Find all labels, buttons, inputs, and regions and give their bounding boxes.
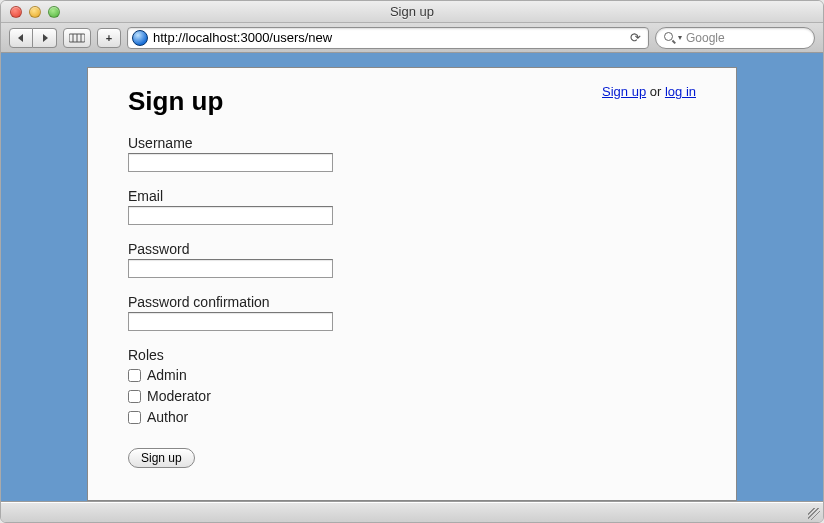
back-button[interactable] — [9, 28, 33, 48]
resize-handle[interactable] — [808, 508, 820, 520]
password-input[interactable] — [128, 259, 333, 278]
role-label-moderator: Moderator — [147, 386, 211, 407]
role-row-moderator: Moderator — [128, 386, 696, 407]
email-label: Email — [128, 188, 696, 204]
browser-toolbar: + ⟳ ▾ — [1, 23, 823, 53]
close-window-button[interactable] — [10, 6, 22, 18]
role-label-author: Author — [147, 407, 188, 428]
browser-viewport: Sign up or log in Sign up Username Email… — [1, 53, 823, 502]
globe-icon — [132, 30, 148, 46]
url-input[interactable] — [153, 30, 625, 45]
roles-label: Roles — [128, 347, 696, 363]
search-icon — [664, 32, 676, 44]
plus-icon: + — [106, 32, 112, 44]
nav-buttons — [9, 28, 57, 48]
password-confirmation-label: Password confirmation — [128, 294, 696, 310]
status-bar — [1, 502, 823, 522]
or-text: or — [646, 84, 665, 99]
role-checkbox-author[interactable] — [128, 411, 141, 424]
traffic-lights — [1, 6, 60, 18]
header-links: Sign up or log in — [602, 84, 696, 99]
role-label-admin: Admin — [147, 365, 187, 386]
window-titlebar: Sign up — [1, 1, 823, 23]
password-label: Password — [128, 241, 696, 257]
signup-button[interactable]: Sign up — [128, 448, 195, 468]
minimize-window-button[interactable] — [29, 6, 41, 18]
username-label: Username — [128, 135, 696, 151]
username-input[interactable] — [128, 153, 333, 172]
email-field: Email — [128, 188, 696, 225]
login-link[interactable]: log in — [665, 84, 696, 99]
role-checkbox-admin[interactable] — [128, 369, 141, 382]
role-checkbox-moderator[interactable] — [128, 390, 141, 403]
role-row-author: Author — [128, 407, 696, 428]
chevron-down-icon: ▾ — [678, 33, 682, 42]
password-confirmation-field: Password confirmation — [128, 294, 696, 331]
window-title: Sign up — [1, 4, 823, 19]
search-field[interactable]: ▾ — [655, 27, 815, 49]
roles-group: Roles Admin Moderator Author — [128, 347, 696, 428]
password-confirmation-input[interactable] — [128, 312, 333, 331]
url-field[interactable]: ⟳ — [127, 27, 649, 49]
zoom-window-button[interactable] — [48, 6, 60, 18]
username-field: Username — [128, 135, 696, 172]
page-content: Sign up or log in Sign up Username Email… — [87, 67, 737, 501]
search-input[interactable] — [686, 31, 824, 45]
add-bookmark-button[interactable]: + — [97, 28, 121, 48]
bookmarks-button[interactable] — [63, 28, 91, 48]
signup-link[interactable]: Sign up — [602, 84, 646, 99]
reload-icon[interactable]: ⟳ — [627, 30, 644, 45]
password-field: Password — [128, 241, 696, 278]
role-row-admin: Admin — [128, 365, 696, 386]
forward-button[interactable] — [33, 28, 57, 48]
email-input[interactable] — [128, 206, 333, 225]
